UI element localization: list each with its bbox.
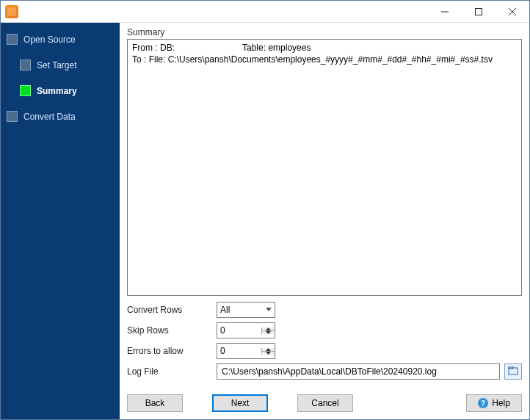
main-panel: Summary From : DB: Table: employees To :… <box>120 23 529 419</box>
next-button-label: Next <box>231 398 250 408</box>
step-icon-active <box>20 85 31 96</box>
svg-rect-1 <box>476 8 482 15</box>
minimize-button[interactable] <box>428 1 462 22</box>
help-button-label: Help <box>492 398 510 408</box>
summary-table-label: Table: <box>242 43 266 54</box>
nav-label: Summary <box>37 86 77 96</box>
input-log-file[interactable] <box>220 366 496 377</box>
nav-label: Convert Data <box>23 112 76 122</box>
spinner-errors-allow[interactable] <box>217 343 275 359</box>
wizard-button-bar: Back Next Cancel ? Help <box>127 385 522 412</box>
cancel-button[interactable]: Cancel <box>297 394 353 412</box>
spinner-skip-rows[interactable] <box>217 322 275 338</box>
summary-group: Summary From : DB: Table: employees To :… <box>127 27 522 296</box>
nav-label: Set Target <box>37 60 76 70</box>
input-errors-allow[interactable] <box>217 344 261 358</box>
combo-convert-rows[interactable]: All <box>217 302 275 318</box>
row-log-file: Log File <box>127 363 522 380</box>
nav-set-target[interactable]: Set Target <box>17 56 117 74</box>
summary-text: From : DB: Table: employees To : File: C… <box>127 39 522 296</box>
app-window: Open Source Set Target Summary Convert D… <box>0 0 530 420</box>
svg-marker-8 <box>266 352 271 355</box>
input-wrap-log-file <box>217 363 500 380</box>
label-log-file: Log File <box>127 366 217 377</box>
label-skip-rows: Skip Rows <box>127 325 217 336</box>
help-button[interactable]: ? Help <box>466 394 522 412</box>
help-icon: ? <box>478 398 488 408</box>
svg-marker-4 <box>266 308 272 311</box>
summary-from-db: From : DB: <box>132 43 242 54</box>
input-skip-rows[interactable] <box>217 323 261 338</box>
row-errors-allow: Errors to allow <box>127 343 522 359</box>
summary-table-value: employees <box>268 43 311 54</box>
combo-value: All <box>220 305 230 315</box>
step-icon <box>20 59 31 70</box>
wizard-sidebar: Open Source Set Target Summary Convert D… <box>1 23 120 419</box>
chevron-down-icon <box>266 308 272 312</box>
row-convert-rows: Convert Rows All <box>127 302 522 318</box>
maximize-button[interactable] <box>462 1 495 22</box>
window-controls <box>428 1 529 22</box>
svg-marker-6 <box>266 331 271 334</box>
cancel-button-label: Cancel <box>311 398 338 408</box>
next-button[interactable]: Next <box>212 394 268 412</box>
summary-to-file: To : File: C:\Users\pansh\Documents\empl… <box>132 54 517 66</box>
label-convert-rows: Convert Rows <box>127 305 217 315</box>
browse-log-file-button[interactable] <box>504 363 522 380</box>
nav-convert-data[interactable]: Convert Data <box>4 107 117 126</box>
options-form: Convert Rows All Skip Rows <box>127 302 522 380</box>
step-icon <box>7 111 18 122</box>
spin-down-icon[interactable] <box>262 351 275 355</box>
row-skip-rows: Skip Rows <box>127 322 522 338</box>
close-button[interactable] <box>495 1 529 22</box>
summary-group-label: Summary <box>127 27 522 37</box>
step-icon <box>7 34 18 45</box>
label-errors-allow: Errors to allow <box>127 346 217 356</box>
folder-icon <box>508 366 518 377</box>
nav-open-source[interactable]: Open Source <box>4 30 117 48</box>
nav-summary[interactable]: Summary <box>17 82 117 100</box>
titlebar <box>1 1 529 23</box>
back-button-label: Back <box>145 398 165 408</box>
back-button[interactable]: Back <box>127 394 183 412</box>
spin-down-icon[interactable] <box>262 330 275 334</box>
nav-label: Open Source <box>23 35 76 45</box>
app-icon <box>5 5 18 18</box>
